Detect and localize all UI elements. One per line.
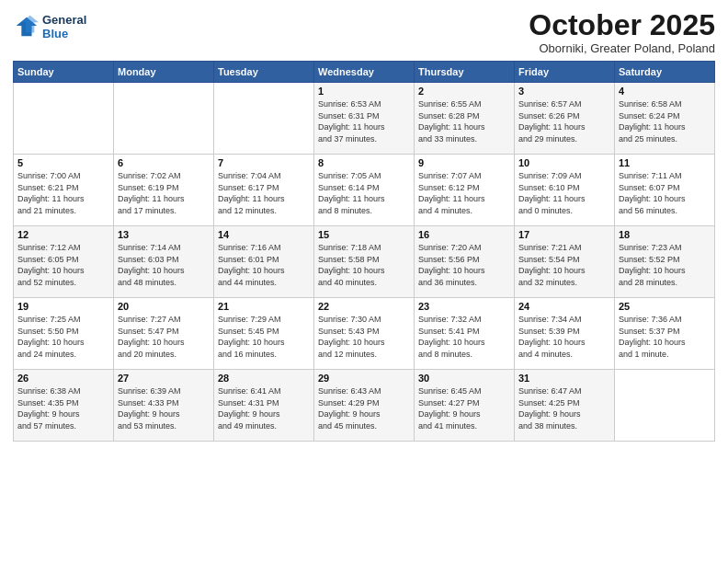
table-row: [615, 370, 715, 442]
table-row: 11Sunrise: 7:11 AM Sunset: 6:07 PM Dayli…: [615, 155, 715, 226]
day-number: 22: [318, 301, 410, 312]
table-row: 25Sunrise: 7:36 AM Sunset: 5:37 PM Dayli…: [615, 298, 715, 370]
table-row: [114, 83, 214, 155]
day-info: Sunrise: 7:25 AM Sunset: 5:50 PM Dayligh…: [17, 314, 109, 360]
location: Oborniki, Greater Poland, Poland: [529, 41, 715, 55]
day-number: 6: [118, 157, 210, 168]
day-info: Sunrise: 6:39 AM Sunset: 4:33 PM Dayligh…: [118, 385, 210, 431]
day-info: Sunrise: 6:43 AM Sunset: 4:29 PM Dayligh…: [318, 385, 410, 431]
header-wednesday: Wednesday: [314, 62, 415, 83]
logo-text: General Blue: [42, 13, 86, 40]
table-row: 4Sunrise: 6:58 AM Sunset: 6:24 PM Daylig…: [615, 83, 715, 155]
table-row: 22Sunrise: 7:30 AM Sunset: 5:43 PM Dayli…: [314, 298, 415, 370]
table-row: 31Sunrise: 6:47 AM Sunset: 4:25 PM Dayli…: [515, 370, 615, 442]
table-row: 12Sunrise: 7:12 AM Sunset: 6:05 PM Dayli…: [14, 226, 114, 298]
main-container: General Blue October 2025 Oborniki, Grea…: [0, 0, 728, 449]
logo: General Blue: [13, 13, 86, 40]
day-number: 19: [17, 301, 109, 312]
day-number: 7: [218, 157, 310, 168]
table-row: 28Sunrise: 6:41 AM Sunset: 4:31 PM Dayli…: [214, 370, 314, 442]
day-number: 15: [318, 229, 410, 240]
calendar-week-row: 5Sunrise: 7:00 AM Sunset: 6:21 PM Daylig…: [14, 155, 715, 226]
day-number: 11: [619, 157, 711, 168]
day-info: Sunrise: 7:09 AM Sunset: 6:10 PM Dayligh…: [518, 170, 610, 216]
day-number: 8: [318, 157, 410, 168]
day-number: 5: [17, 157, 109, 168]
day-info: Sunrise: 7:14 AM Sunset: 6:03 PM Dayligh…: [118, 242, 210, 288]
day-info: Sunrise: 7:32 AM Sunset: 5:41 PM Dayligh…: [418, 314, 510, 360]
table-row: 14Sunrise: 7:16 AM Sunset: 6:01 PM Dayli…: [214, 226, 314, 298]
day-info: Sunrise: 7:02 AM Sunset: 6:19 PM Dayligh…: [118, 170, 210, 216]
logo-icon: [13, 14, 39, 40]
day-info: Sunrise: 6:58 AM Sunset: 6:24 PM Dayligh…: [619, 98, 711, 144]
day-info: Sunrise: 7:21 AM Sunset: 5:54 PM Dayligh…: [518, 242, 610, 288]
day-info: Sunrise: 6:55 AM Sunset: 6:28 PM Dayligh…: [418, 98, 510, 144]
day-number: 9: [418, 157, 510, 168]
day-number: 29: [318, 373, 410, 384]
table-row: [214, 83, 314, 155]
day-number: 3: [518, 86, 610, 97]
table-row: 19Sunrise: 7:25 AM Sunset: 5:50 PM Dayli…: [14, 298, 114, 370]
day-number: 4: [619, 86, 711, 97]
header: General Blue October 2025 Oborniki, Grea…: [13, 9, 715, 55]
day-info: Sunrise: 7:30 AM Sunset: 5:43 PM Dayligh…: [318, 314, 410, 360]
day-number: 26: [17, 373, 109, 384]
table-row: 23Sunrise: 7:32 AM Sunset: 5:41 PM Dayli…: [415, 298, 515, 370]
day-info: Sunrise: 7:04 AM Sunset: 6:17 PM Dayligh…: [218, 170, 310, 216]
weekday-header-row: Sunday Monday Tuesday Wednesday Thursday…: [14, 62, 715, 83]
table-row: 5Sunrise: 7:00 AM Sunset: 6:21 PM Daylig…: [14, 155, 114, 226]
day-number: 2: [418, 86, 510, 97]
calendar-table: Sunday Monday Tuesday Wednesday Thursday…: [13, 61, 715, 442]
day-info: Sunrise: 6:38 AM Sunset: 4:35 PM Dayligh…: [17, 385, 109, 431]
header-sunday: Sunday: [14, 62, 114, 83]
day-info: Sunrise: 7:12 AM Sunset: 6:05 PM Dayligh…: [17, 242, 109, 288]
calendar-week-row: 19Sunrise: 7:25 AM Sunset: 5:50 PM Dayli…: [14, 298, 715, 370]
day-number: 13: [118, 229, 210, 240]
calendar-week-row: 1Sunrise: 6:53 AM Sunset: 6:31 PM Daylig…: [14, 83, 715, 155]
table-row: 3Sunrise: 6:57 AM Sunset: 6:26 PM Daylig…: [515, 83, 615, 155]
day-number: 18: [619, 229, 711, 240]
day-info: Sunrise: 6:45 AM Sunset: 4:27 PM Dayligh…: [418, 385, 510, 431]
day-number: 12: [17, 229, 109, 240]
table-row: 27Sunrise: 6:39 AM Sunset: 4:33 PM Dayli…: [114, 370, 214, 442]
day-number: 16: [418, 229, 510, 240]
header-friday: Friday: [515, 62, 615, 83]
day-number: 24: [518, 301, 610, 312]
calendar-week-row: 26Sunrise: 6:38 AM Sunset: 4:35 PM Dayli…: [14, 370, 715, 442]
day-number: 14: [218, 229, 310, 240]
day-info: Sunrise: 7:07 AM Sunset: 6:12 PM Dayligh…: [418, 170, 510, 216]
day-number: 25: [619, 301, 711, 312]
day-info: Sunrise: 7:27 AM Sunset: 5:47 PM Dayligh…: [118, 314, 210, 360]
day-info: Sunrise: 7:11 AM Sunset: 6:07 PM Dayligh…: [619, 170, 711, 216]
day-number: 27: [118, 373, 210, 384]
day-number: 31: [518, 373, 610, 384]
day-info: Sunrise: 6:41 AM Sunset: 4:31 PM Dayligh…: [218, 385, 310, 431]
table-row: 6Sunrise: 7:02 AM Sunset: 6:19 PM Daylig…: [114, 155, 214, 226]
day-number: 30: [418, 373, 510, 384]
day-info: Sunrise: 7:00 AM Sunset: 6:21 PM Dayligh…: [17, 170, 109, 216]
table-row: 21Sunrise: 7:29 AM Sunset: 5:45 PM Dayli…: [214, 298, 314, 370]
table-row: 10Sunrise: 7:09 AM Sunset: 6:10 PM Dayli…: [515, 155, 615, 226]
day-number: 23: [418, 301, 510, 312]
day-info: Sunrise: 7:36 AM Sunset: 5:37 PM Dayligh…: [619, 314, 711, 360]
day-info: Sunrise: 7:20 AM Sunset: 5:56 PM Dayligh…: [418, 242, 510, 288]
day-number: 17: [518, 229, 610, 240]
day-info: Sunrise: 7:23 AM Sunset: 5:52 PM Dayligh…: [619, 242, 711, 288]
table-row: 2Sunrise: 6:55 AM Sunset: 6:28 PM Daylig…: [415, 83, 515, 155]
table-row: [14, 83, 114, 155]
day-info: Sunrise: 6:53 AM Sunset: 6:31 PM Dayligh…: [318, 98, 410, 144]
table-row: 30Sunrise: 6:45 AM Sunset: 4:27 PM Dayli…: [415, 370, 515, 442]
day-info: Sunrise: 6:57 AM Sunset: 6:26 PM Dayligh…: [518, 98, 610, 144]
day-number: 21: [218, 301, 310, 312]
table-row: 15Sunrise: 7:18 AM Sunset: 5:58 PM Dayli…: [314, 226, 415, 298]
day-info: Sunrise: 7:05 AM Sunset: 6:14 PM Dayligh…: [318, 170, 410, 216]
day-info: Sunrise: 7:16 AM Sunset: 6:01 PM Dayligh…: [218, 242, 310, 288]
month-title: October 2025: [529, 9, 715, 41]
table-row: 29Sunrise: 6:43 AM Sunset: 4:29 PM Dayli…: [314, 370, 415, 442]
header-monday: Monday: [114, 62, 214, 83]
day-info: Sunrise: 7:29 AM Sunset: 5:45 PM Dayligh…: [218, 314, 310, 360]
table-row: 18Sunrise: 7:23 AM Sunset: 5:52 PM Dayli…: [615, 226, 715, 298]
header-saturday: Saturday: [615, 62, 715, 83]
day-number: 28: [218, 373, 310, 384]
day-info: Sunrise: 7:34 AM Sunset: 5:39 PM Dayligh…: [518, 314, 610, 360]
